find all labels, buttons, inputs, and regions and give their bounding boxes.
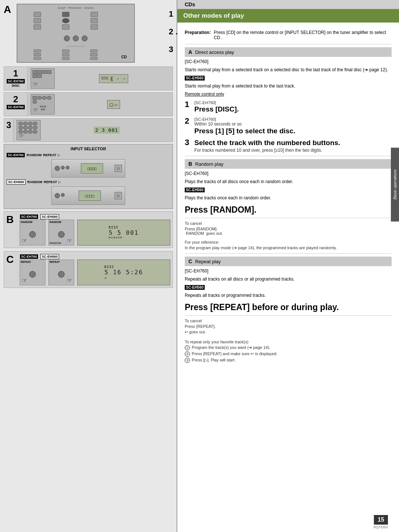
c-models: SC-EH760 SC-EH560 [20,254,170,260]
step-3-device: ☞ 2 3 001 [14,119,173,142]
body-text-b1: Plays the tracks of all discs once each … [185,178,392,185]
press-random: Press [RANDOM]. [185,205,392,215]
step-2: 2 [SC-EH760] Within 10 seconds or so Pre… [185,117,392,136]
body-text-c2-row: SC-EH560 [185,284,392,291]
model-tag-seh560-b: SC-EH560 [185,188,205,192]
to-cancel-label: To cancel [185,221,392,226]
device-remote-image: SLEEP PROGRAM CANCEL [17,4,135,63]
to-cancel2-text: Press [REPEAT]. [185,324,392,329]
for-ref-text: In the program play mode (➜ page 14), th… [185,246,392,250]
c-badge: C [6,254,17,265]
remote-only: Remote control only [185,91,392,97]
repeat-step-3: ③ Press [▷]. Play will start. [185,358,392,363]
step-3-main: Select the track with the numbered butto… [194,138,392,148]
hand-icon-2: ☞ [33,106,38,113]
rqt-code: RQT5355 [374,525,388,529]
sidebar-label: Basic operations [393,169,397,199]
stereo-display-1: □□□□ [81,163,103,174]
divider-2 [185,156,392,156]
body-text-b2-row: SC-EH560 [185,186,392,193]
divider-5 [185,315,392,316]
sub-header-a: A Direct access play [185,47,392,57]
sub-header-b: B Random play [185,159,392,169]
cd-label: CD [122,55,127,59]
step-2-model: [SC-EH760] [194,117,392,121]
step-1-main: Press [DISC]. [194,105,392,114]
sub-a-title: Direct access play [195,49,234,55]
circle-3: ③ [185,358,190,363]
step-1-row: 1 SC-EH760 DISC ☞ DISC ⟪ - - [4,66,173,90]
body-seh760-3: [SC-EH760] [185,268,392,274]
to-cancel2-label: To cancel [185,319,392,323]
b-display: DISC 5 5 001 RANDOM [77,220,170,246]
step-1-device: ☞ DISC ⟪ - - [28,67,173,90]
preparation-row: Preparation: Press [CD] on the remote co… [185,30,392,40]
step-1-content: [SC-EH760] Press [DISC]. [194,100,392,114]
b-images: RANDOM ☞ RANDOM RANDOM ☞ [20,220,170,246]
repeat-step-2: ② Press [REPEAT] and make sure ↩ is disp… [185,351,392,357]
prep-text: Press [CD] on the remote control or [INP… [214,30,392,40]
body-text-seh760-1: [SC-EH760] [185,58,392,65]
model-tag-seh560-a: SC-EH560 [185,76,205,80]
stereo-controls-2 [55,193,65,198]
prep-label: Preparation: [185,30,211,40]
circle-2: ② [185,351,190,357]
press-repeat: Press [REPEAT] before or during play. [185,302,392,312]
stereo-unit-seh560: □□□□ ▢ [51,186,125,205]
step-1-model: [SC-EH760] [194,100,392,105]
circle-1: ① [185,345,190,350]
step-2-number: 2 SC-EH760 [4,93,28,116]
step-1-num: 1 [185,100,192,109]
c-images: REPEAT ☞ REPEAT ☞ DISC 5 16 [20,260,170,285]
divider-4 [185,253,392,254]
step-2-main: Press [1] [5] to select the disc. [194,127,392,136]
body-text-a2: SC-EH560 [185,75,392,81]
step-2-device: ①②③ ④⑤ ☞ ▢— [28,93,173,116]
step-3-content: Select the track with the numbered butto… [194,138,392,153]
divider-1 [185,44,392,44]
repeat-only-label: To repeat only your favorite track(s) [185,340,392,344]
hand-icon-3: ☞ [19,132,24,139]
c-display: DISC 5 16 5:26 ↩ [77,260,170,285]
section-header: Other modes of play [177,9,399,23]
sub-a-letter: A [188,49,192,55]
step-2-sub: Within 10 seconds or so [194,121,392,127]
b-device-2: RANDOM RANDOM ☞ [48,220,74,246]
stereo-controls [55,166,69,171]
sidebar-basic-operations: Basic operations [391,148,399,222]
sub-header-c: C Repeat play [185,257,392,266]
goes-out-text: ↩ goes out. [185,330,392,334]
step-3-row: 3 ☞ 2 3 001 [4,118,173,142]
body-text-b3: Plays the tracks once each in random ord… [185,195,392,201]
section-c-left: C SC-EH760 SC-EH560 REPEAT ☞ REPEAT [4,251,173,288]
body-text-c3: Repeats all tracks or programmed tracks. [185,292,392,299]
left-panel: A SLEEP PROGRAM CANCEL [0,0,177,532]
step-3-sub: For tracks numbered 10 and over, press [… [194,148,392,153]
model-tag-seh560-c: SC-EH560 [185,285,205,290]
stereo-unit-seh760: □□□□ ▢ [51,159,125,178]
to-cancel-text: Press [RANDOM]. RANDOM goes out. [185,227,392,236]
sub-b-letter: B [188,161,192,167]
step-2-num: 2 [185,117,192,125]
c-device-1: REPEAT ☞ [20,260,45,285]
divider-3 [185,218,392,218]
right-content: Preparation: Press [CD] on the remote co… [177,23,399,368]
b-badge: B [6,214,17,226]
step-1: 1 [SC-EH760] Press [DISC]. [185,100,392,114]
b-models: SC-EH760 SC-EH560 [20,214,170,220]
step-3-num: 3 [185,138,192,147]
cds-tab: CDs [177,0,399,9]
step-1-number: 1 SC-EH760 DISC [4,67,28,90]
b-device-1: RANDOM ☞ [20,220,45,246]
stereo-display-2: □□□□ [79,191,101,201]
sub-b-title: Random play [195,161,224,167]
body-text-a1: Starts normal play from a selected track… [185,66,392,73]
section-b-left: B SC-EH760 SC-EH560 RANDOM ☞ RANDOM [4,211,173,248]
input-selector-label: INPUT SELECTOR [6,147,170,151]
body-seh760-2: [SC-EH760] [185,170,392,177]
display-step3: 2 3 001 [94,127,120,134]
step-3-number: 3 [4,119,14,142]
section-a-label: A [4,4,11,16]
step-2-device-image: ①②③ ④⑤ ☞ [31,94,55,114]
right-panel: CDs Other modes of play Preparation: Pre… [177,0,399,532]
